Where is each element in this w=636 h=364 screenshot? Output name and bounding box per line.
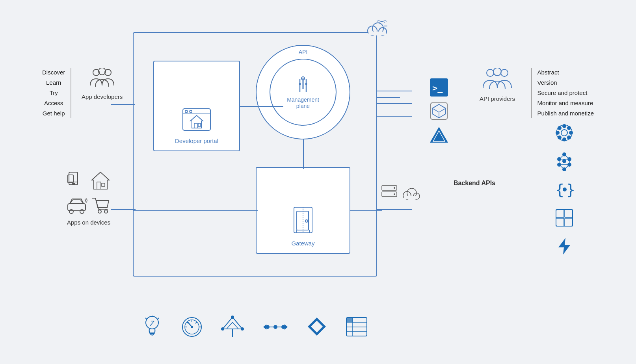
label-learn: Learn — [46, 78, 61, 87]
left-labels-group: Discover Learn Try Access Get help — [42, 68, 71, 118]
svg-point-13 — [98, 210, 101, 213]
service-fabric-icon — [554, 151, 574, 171]
line-api-providers — [376, 97, 400, 98]
management-plane-label: Managementplane — [287, 97, 319, 109]
svg-line-73 — [564, 154, 569, 159]
line-to-powershell — [376, 91, 412, 91]
svg-marker-107 — [227, 322, 238, 329]
list-icon — [345, 316, 368, 338]
cloud-small-icon — [401, 186, 420, 202]
svg-point-15 — [487, 69, 494, 76]
developer-portal-box: Developer portal — [153, 61, 240, 151]
svg-point-63 — [558, 136, 562, 139]
car-icon — [66, 194, 87, 216]
house-icon — [90, 170, 112, 192]
svg-point-57 — [562, 137, 566, 141]
code-icon — [262, 317, 289, 337]
apps-on-devices-label: Apps on devices — [67, 219, 110, 226]
svg-point-62 — [567, 126, 571, 130]
line-appdev-to-box — [111, 104, 135, 105]
device-grid — [66, 170, 112, 216]
main-diagram-box: Developer portal API Managementplane — [133, 32, 377, 277]
svg-point-60 — [558, 126, 562, 130]
svg-rect-85 — [565, 210, 573, 217]
line-dev-to-mp — [240, 106, 283, 107]
svg-point-58 — [556, 131, 560, 135]
label-abstract: Abstract — [537, 68, 559, 77]
svg-rect-84 — [556, 210, 564, 217]
svg-rect-37 — [297, 211, 309, 230]
gateway-box: Gateway — [256, 167, 350, 254]
management-plane-icon — [293, 75, 313, 95]
label-secure: Secure and protect — [537, 88, 588, 98]
svg-marker-88 — [558, 238, 570, 254]
vm-icon — [554, 208, 574, 228]
gateway-icon — [289, 205, 317, 237]
backend-apis-label: Backend APIs — [454, 180, 495, 187]
app-developers-section: App developers — [82, 68, 123, 100]
label-try: Try — [50, 88, 58, 98]
line-to-cube — [376, 103, 412, 104]
svg-rect-54 — [404, 196, 418, 199]
svg-rect-126 — [346, 318, 353, 322]
kubernetes-icon — [554, 123, 574, 143]
svg-rect-21 — [368, 32, 386, 35]
svg-point-14 — [104, 210, 108, 213]
svg-text:}: } — [566, 181, 574, 198]
svg-rect-29 — [198, 123, 201, 126]
cloud-icon — [365, 20, 387, 38]
svg-line-78 — [559, 165, 564, 169]
svg-point-38 — [305, 220, 308, 222]
svg-point-49 — [394, 187, 395, 189]
line-gateway-left — [134, 210, 258, 211]
gauge-icon — [180, 315, 204, 339]
svg-point-109 — [231, 316, 234, 319]
line-gateway-to-backend — [376, 209, 412, 210]
powershell-icon: >_ — [429, 78, 449, 97]
label-version: Version — [537, 78, 557, 87]
line-gateway-left-outer — [111, 209, 136, 210]
cloud-icon-top — [365, 20, 387, 39]
svg-point-110 — [241, 327, 244, 331]
app-developers-icon — [88, 68, 116, 89]
server-icon — [381, 184, 398, 204]
vertical-line-mp-gateway — [303, 139, 304, 169]
gateway-label: Gateway — [291, 240, 314, 247]
svg-point-71 — [562, 159, 566, 163]
line-gateway-right — [350, 210, 382, 211]
svg-marker-27 — [190, 115, 203, 128]
developer-portal-label: Developer portal — [175, 137, 218, 144]
svg-line-79 — [564, 165, 569, 169]
right-labels-group: Abstract Version Secure and protect Moni… — [531, 68, 594, 118]
package-icon — [429, 101, 449, 121]
svg-point-25 — [185, 110, 188, 113]
svg-point-59 — [569, 131, 573, 135]
api-providers-label: API providers — [480, 95, 515, 102]
svg-point-105 — [191, 326, 193, 328]
svg-marker-106 — [223, 317, 242, 329]
diagram-container: Discover Learn Try Access Get help Abstr… — [42, 13, 594, 351]
svg-line-93 — [145, 318, 147, 319]
label-access: Access — [44, 98, 63, 108]
svg-rect-9 — [102, 183, 105, 186]
svg-point-113 — [273, 325, 277, 329]
svg-marker-7 — [92, 172, 109, 189]
svg-text:>_: >_ — [432, 83, 443, 93]
apps-on-devices-section: Apps on devices — [66, 170, 112, 226]
svg-rect-87 — [565, 218, 573, 226]
management-plane-inner-circle: Managementplane — [270, 59, 337, 126]
svg-point-61 — [567, 136, 571, 139]
api-providers-section: API providers — [480, 68, 515, 102]
svg-rect-86 — [556, 218, 564, 226]
svg-marker-45 — [430, 127, 448, 143]
svg-point-26 — [190, 110, 192, 113]
management-icons: >_ — [429, 78, 449, 145]
svg-point-2 — [99, 68, 106, 75]
svg-line-72 — [559, 154, 564, 159]
svg-point-17 — [493, 68, 501, 76]
svg-point-12 — [80, 210, 84, 214]
svg-rect-83 — [556, 210, 573, 226]
svg-point-64 — [561, 130, 567, 136]
backend-icons-column: { } — [554, 123, 574, 256]
svg-rect-28 — [194, 123, 197, 128]
